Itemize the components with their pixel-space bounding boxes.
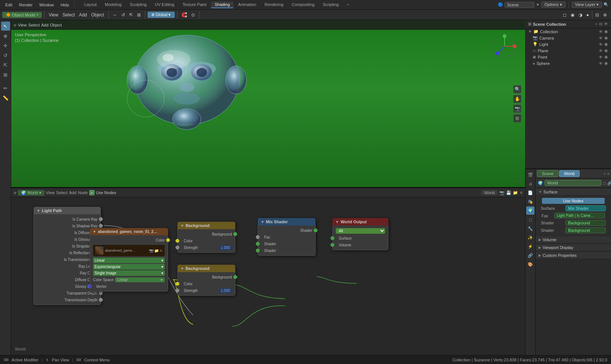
world-tab[interactable]: World — [559, 170, 580, 177]
menu-window[interactable]: Window — [36, 2, 57, 8]
tab-shading[interactable]: Shading — [211, 1, 233, 8]
surface-section-header[interactable]: ▼ Surface — [536, 189, 611, 196]
snap-btn[interactable]: 🧲 — [180, 12, 189, 18]
header-view[interactable]: View — [18, 23, 27, 27]
viewport-display-section-header[interactable]: ▶ Viewport Display — [536, 244, 611, 251]
ne-node[interactable]: Node — [78, 190, 87, 195]
cursor-btn[interactable]: ⊕ — [1, 31, 10, 40]
mix-collapse[interactable]: ▼ — [261, 220, 264, 224]
object-props-btn[interactable]: ◻ — [526, 215, 534, 224]
tab-animation[interactable]: Animation — [234, 1, 260, 8]
object-mode-btn[interactable]: 🔶 Object Mode ▾ — [2, 12, 42, 18]
solid-btn[interactable]: ◉ — [569, 12, 576, 18]
bg2-header[interactable]: ▼ Background — [177, 265, 235, 272]
rendered-btn[interactable]: ● — [584, 12, 591, 18]
annotate-btn[interactable]: ✏ — [1, 84, 10, 93]
tab-sculpting[interactable]: Sculpting — [126, 1, 150, 8]
render-props-btn[interactable]: 🎬 — [526, 171, 534, 179]
hdr-header[interactable]: ▼ abandoned_games_room_01_2k.hdr — [90, 228, 168, 235]
header-select[interactable]: Select — [28, 23, 40, 27]
view-layer-props-btn[interactable]: 📄 — [526, 189, 534, 197]
modifier-props-btn[interactable]: 🔧 — [526, 224, 534, 233]
use-nodes-btn[interactable]: Use Nodes — [542, 198, 604, 204]
object-menu-btn[interactable]: Object — [89, 12, 106, 18]
light-restrict[interactable]: ◉ — [604, 42, 608, 47]
bg2-output-socket[interactable] — [233, 275, 237, 279]
hdr-color-socket[interactable] — [166, 238, 170, 242]
tree-item-plane[interactable]: ▭ Plane 👁 ◉ — [525, 47, 611, 54]
ne-folder-icon[interactable]: 📁 — [513, 190, 518, 195]
world-name-input[interactable] — [545, 180, 601, 186]
bg1-header[interactable]: ▼ Background — [177, 222, 235, 229]
tree-item-point[interactable]: ◉ Point 👁 ◉ — [525, 54, 611, 60]
surface-value[interactable]: Mix Shader — [565, 205, 606, 211]
constraints-props-btn[interactable]: 🔗 — [526, 251, 534, 259]
physics-props-btn[interactable]: ⚡ — [526, 242, 534, 251]
viewport-collapse-btn[interactable]: ◁ — [14, 177, 19, 184]
lp-camera-socket[interactable] — [99, 217, 103, 221]
move-btn[interactable]: ✛ — [1, 41, 10, 50]
sc-filter-btn[interactable]: ⊟ — [599, 22, 602, 27]
mix-output-socket[interactable] — [314, 228, 317, 232]
material-preview-btn[interactable]: ◑ — [577, 12, 584, 18]
background2-node[interactable]: ▼ Background Background Color — [177, 265, 235, 296]
overlay-btn[interactable]: ⊟ — [593, 12, 601, 18]
rotate-tool[interactable]: ↺ — [120, 12, 127, 18]
point-restrict[interactable]: ◉ — [604, 55, 608, 59]
mix-fac-socket[interactable] — [256, 235, 260, 239]
tab-uv-editing[interactable]: UV Editing — [151, 1, 178, 8]
lp-transmitdepth-socket[interactable] — [99, 298, 103, 302]
camera-icon[interactable]: 📷 — [513, 105, 521, 113]
wireframe-btn[interactable]: ◻ — [561, 12, 568, 18]
bg1-strength-socket[interactable] — [176, 246, 179, 249]
proportional-edit-btn[interactable]: ⊙ — [189, 12, 197, 18]
collection-eye[interactable]: 👁 — [599, 29, 603, 34]
hdr-collapse[interactable]: ▼ — [93, 230, 96, 234]
header-object[interactable]: Object — [50, 23, 62, 27]
tab-layout[interactable]: Layout — [81, 1, 100, 8]
mix-shader1-socket[interactable] — [256, 242, 260, 246]
wo-volume-socket[interactable] — [331, 243, 334, 247]
hdr-extension-select[interactable]: Single Image ▾ — [93, 270, 165, 276]
ne-view[interactable]: View — [46, 190, 55, 195]
tree-item-collection[interactable]: ▼ 📁 Collection 👁 ◉ — [525, 28, 611, 35]
menu-help[interactable]: Help — [58, 2, 72, 8]
move-tool[interactable]: ↔ — [111, 12, 119, 18]
scene-tab[interactable]: Scene — [537, 170, 558, 177]
hdr-projection-select[interactable]: Equirectangular ▾ — [93, 264, 165, 270]
world-badge[interactable]: 🌍 World ▾ — [18, 190, 44, 196]
select-menu-btn[interactable]: Select — [61, 12, 77, 18]
view-layer-btn[interactable]: View Layer ▾ — [572, 1, 602, 8]
volume-section-header[interactable]: ▶ Volume — [536, 236, 611, 243]
use-nodes-checkbox[interactable]: ✓ Use Nodes — [89, 190, 116, 195]
world-props-btn[interactable]: 🌍 — [526, 206, 534, 215]
tab-scripting[interactable]: Scripting — [319, 1, 342, 8]
header-add[interactable]: Add — [41, 23, 49, 27]
plane-eye[interactable]: 👁 — [599, 49, 603, 53]
world-output-node[interactable]: ▼ World Output All Cycles EEVEE — [332, 218, 388, 250]
measure-btn[interactable]: 📏 — [1, 93, 10, 102]
world-fake-btn[interactable]: ◻ — [603, 181, 606, 185]
shader2-value[interactable]: Background — [565, 227, 606, 233]
tab-rendering[interactable]: Rendering — [261, 1, 287, 8]
wo-target-select[interactable]: All Cycles EEVEE — [336, 228, 385, 234]
sphere-restrict[interactable]: ◉ — [604, 61, 608, 66]
tab-modeling[interactable]: Modeling — [101, 1, 125, 8]
ne-add[interactable]: Add — [69, 190, 77, 195]
ne-camera-icon[interactable]: 📷 — [499, 190, 505, 195]
menu-render[interactable]: Render — [16, 2, 35, 8]
rotate-btn[interactable]: ↺ — [1, 51, 10, 60]
background1-node[interactable]: ▼ Background Background Color — [177, 222, 235, 253]
scale-btn[interactable]: ⇱ — [1, 60, 10, 69]
hdr-remove-btn[interactable]: ✕ — [159, 249, 162, 253]
bg1-collapse[interactable]: ▼ — [180, 224, 184, 228]
node-canvas[interactable]: ▼ Light Path Is Camera Ray Is Shadow Ray — [11, 197, 525, 355]
material-props-btn[interactable]: 🎨 — [526, 260, 534, 268]
scene-props-btn[interactable]: 🎭 — [526, 197, 534, 206]
hdr-cs-select[interactable]: Linear ▾ — [115, 277, 165, 282]
bg2-collapse[interactable]: ▼ — [180, 267, 184, 271]
tree-item-sphere[interactable]: ● Sphere 👁 ◉ — [525, 60, 611, 66]
lp-transdepth-socket[interactable] — [99, 291, 103, 295]
lp-shadow-socket[interactable] — [99, 224, 103, 228]
menu-edit[interactable]: Edit — [2, 2, 15, 8]
